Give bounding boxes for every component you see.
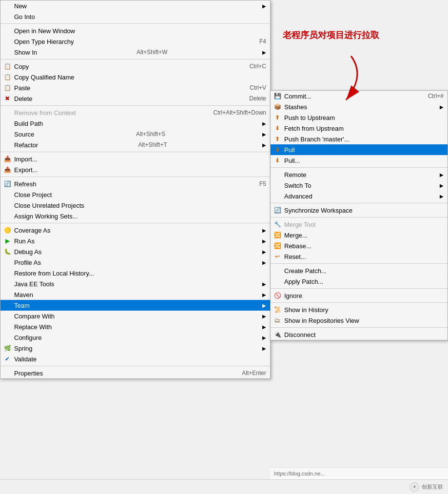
menu-item-arrow-stashes: ▶ [435,104,444,110]
menu-item-debug-as[interactable]: 🐛Debug As▶ [0,246,270,257]
menu-item-rebase[interactable]: 🔀Rebase... [271,240,448,251]
menu-item-label-debug-as: Debug As [14,248,41,256]
menu-item-go-into[interactable]: Go Into [0,11,270,22]
bottom-logo: ✦ 创新互联 [409,482,443,492]
menu-item-arrow-spring: ▶ [257,346,266,351]
menu-item-sync-workspace[interactable]: 🔄Synchronize Workspace [271,205,448,216]
menu-item-spring[interactable]: 🌿Spring▶ [0,343,270,354]
menu-item-remote[interactable]: Remote▶ [271,169,448,180]
menu-item-create-patch[interactable]: Create Patch... [271,265,448,276]
menu-item-push-branch[interactable]: ⬆Push Branch 'master'... [271,134,448,144]
menu-item-remove-context: Remove from ContextCtrl+Alt+Shift+Down [0,107,270,118]
menu-item-fetch-upstream[interactable]: ⬇Fetch from Upstream [271,123,448,134]
menu-item-label-disconnect: Disconnect [284,331,315,338]
menu-item-label-rebase: Rebase... [284,242,312,250]
menu-item-label-assign-working-sets: Assign Working Sets... [14,213,78,220]
menu-item-shortcut-delete: Delete [239,95,266,102]
menu-item-refresh[interactable]: 🔄RefreshF5 [0,178,270,189]
menu-separator [0,223,270,223]
logo-icon: ✦ [409,482,419,492]
menu-separator [271,217,448,217]
menu-item-shortcut-copy: Ctrl+C [240,63,266,70]
coverage-icon: 🟡 [3,226,11,234]
menu-item-label-properties: Properties [14,370,43,377]
menu-item-show-in[interactable]: Show InAlt+Shift+W▶ [0,47,270,58]
sync-icon: 🔄 [273,206,281,214]
menu-item-merge[interactable]: 🔀Merge... [271,230,448,240]
menu-item-maven[interactable]: Maven▶ [0,289,270,300]
run-icon: ▶ [3,237,11,245]
push-branch-icon: ⬆ [273,135,281,143]
menu-item-label-delete: Delete [14,95,33,102]
menu-item-label-compare-with: Compare With [14,313,55,320]
commit-icon: 💾 [273,92,281,100]
menu-item-properties[interactable]: PropertiesAlt+Enter [0,368,270,378]
menu-item-label-remove-context: Remove from Context [14,109,76,117]
menu-item-arrow-replace-with: ▶ [257,324,266,330]
url-bar: https://blog.csdn.ne... [270,467,448,479]
menu-item-label-close-unrelated: Close Unrelated Projects [14,202,84,209]
menu-item-restore-local-history[interactable]: Restore from Local History... [0,268,270,278]
paste-icon: 📋 [3,84,11,92]
menu-item-open-new-window[interactable]: Open in New Window [0,25,270,36]
menu-item-reset[interactable]: ↩Reset... [271,251,448,262]
refresh-icon: 🔄 [3,180,11,188]
menu-item-open-type-hierarchy[interactable]: Open Type HierarchyF4 [0,36,270,47]
menu-item-close-unrelated[interactable]: Close Unrelated Projects [0,200,270,211]
menu-item-arrow-configure: ▶ [257,335,266,340]
menu-separator [271,203,448,203]
menu-item-configure[interactable]: Configure▶ [0,332,270,343]
menu-item-validate[interactable]: ✔Validate [0,354,270,364]
menu-item-label-source: Source [14,131,34,138]
menu-item-switch-to[interactable]: Switch To▶ [271,180,448,191]
menu-item-pull[interactable]: ⬇Pull [271,144,448,155]
menu-item-disconnect[interactable]: 🔌Disconnect [271,329,448,340]
menu-item-export[interactable]: 📤Export... [0,164,270,175]
menu-item-label-replace-with: Replace With [14,323,52,331]
menu-item-label-team: Team [14,302,30,309]
menu-item-build-path[interactable]: Build Path▶ [0,118,270,129]
menu-item-label-configure: Configure [14,334,41,341]
menu-item-arrow-maven: ▶ [257,292,266,297]
annotation-text: 老程序员对项目进行拉取 [283,29,379,41]
menu-item-show-repos[interactable]: 🗂Show in Repositories View [271,315,448,326]
menu-item-ignore[interactable]: 🚫Ignore [271,290,448,301]
menu-item-shortcut-open-type-hierarchy: F4 [250,38,266,45]
copy-icon: 📋 [3,73,11,81]
pull-icon: ⬇ [273,146,281,154]
menu-item-java-ee-tools[interactable]: Java EE Tools▶ [0,278,270,289]
menu-separator [271,327,448,328]
menu-item-label-show-repos: Show in Repositories View [284,317,359,324]
menu-item-assign-working-sets[interactable]: Assign Working Sets... [0,211,270,221]
menu-item-profile-as[interactable]: Profile As▶ [0,257,270,268]
menu-item-copy[interactable]: 📋CopyCtrl+C [0,61,270,72]
menu-item-paste[interactable]: 📋PasteCtrl+V [0,82,270,93]
menu-item-coverage-as[interactable]: 🟡Coverage As▶ [0,225,270,236]
rebase-icon: 🔀 [273,242,281,250]
menu-item-shortcut-refactor: Alt+Shift+T [128,141,167,148]
menu-item-copy-qualified-name[interactable]: 📋Copy Qualified Name [0,72,270,82]
menu-separator [0,23,270,24]
menu-item-delete[interactable]: ✖DeleteDelete [0,93,270,104]
menu-item-label-sync-workspace: Synchronize Workspace [284,207,352,214]
menu-item-apply-patch[interactable]: Apply Patch... [271,276,448,287]
menu-item-shortcut-refresh: F5 [250,180,266,187]
menu-item-refactor[interactable]: RefactorAlt+Shift+T▶ [0,139,270,150]
menu-item-team[interactable]: Team▶ [0,300,270,311]
menu-item-run-as[interactable]: ▶Run As▶ [0,236,270,246]
menu-item-advanced[interactable]: Advanced▶ [271,191,448,201]
menu-item-close-project[interactable]: Close Project [0,189,270,200]
menu-item-source[interactable]: SourceAlt+Shift+S▶ [0,129,270,139]
menu-item-push-upstream[interactable]: ⬆Push to Upstream [271,112,448,123]
menu-separator [271,288,448,289]
menu-item-replace-with[interactable]: Replace With▶ [0,321,270,332]
menu-item-new[interactable]: New▶ [0,0,270,11]
menu-item-arrow-run-as: ▶ [257,238,266,244]
menu-item-show-history[interactable]: 📜Show in History [271,304,448,315]
menu-item-compare-with[interactable]: Compare With▶ [0,311,270,321]
menu-item-pull-ellipsis[interactable]: ⬇Pull... [271,155,448,166]
menu-item-label-paste: Paste [14,84,30,92]
menu-item-label-open-type-hierarchy: Open Type Hierarchy [14,38,74,45]
menu-item-import[interactable]: 📥Import... [0,154,270,164]
menu-separator [0,152,270,152]
